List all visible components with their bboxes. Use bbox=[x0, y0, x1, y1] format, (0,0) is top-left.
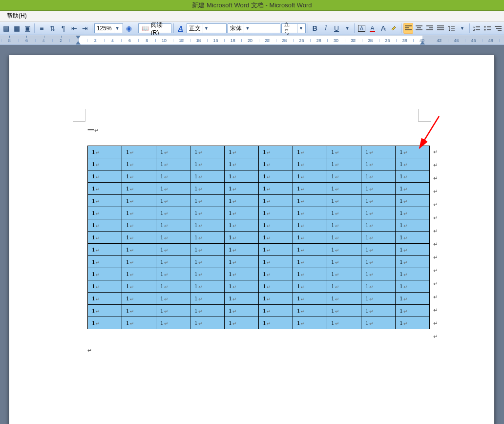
zoom-value: 125% bbox=[97, 25, 112, 32]
toolbar-separator bbox=[34, 23, 35, 33]
horizontal-ruler[interactable]: 8642246810121416182022242628303234363840… bbox=[0, 35, 504, 45]
table-icon[interactable]: ▦ bbox=[12, 23, 21, 34]
align-distribute-icon[interactable]: ≡ bbox=[37, 23, 46, 34]
style-dropdown[interactable]: 正文 ▼ bbox=[187, 23, 227, 33]
style-value: 正文 bbox=[189, 24, 201, 33]
book-icon: 📖 bbox=[142, 25, 149, 32]
font-color-outline-icon[interactable]: A bbox=[357, 23, 366, 34]
underline-button[interactable]: U bbox=[332, 23, 341, 34]
align-left-button[interactable] bbox=[403, 23, 413, 34]
align-right-button[interactable] bbox=[425, 23, 435, 34]
font-size-value: 五号 bbox=[284, 21, 295, 35]
svg-text:2: 2 bbox=[473, 28, 475, 31]
reading-mode-button[interactable]: 📖 阅读(R) bbox=[138, 23, 171, 33]
toolbar-separator bbox=[354, 23, 355, 33]
multilevel-list-button[interactable] bbox=[493, 23, 503, 34]
dropdown-arrow-icon: ▼ bbox=[244, 24, 251, 33]
style-az-icon[interactable]: A bbox=[176, 23, 186, 34]
align-justify-button[interactable] bbox=[436, 23, 445, 34]
bulleted-list-button[interactable] bbox=[483, 23, 492, 34]
columns-icon[interactable]: ▤ bbox=[1, 23, 11, 34]
sort-icon[interactable]: ⇅ bbox=[47, 23, 57, 34]
char-scale-icon[interactable]: A̶ bbox=[378, 23, 388, 34]
svg-point-2 bbox=[484, 26, 485, 28]
toolbar-separator bbox=[173, 23, 174, 33]
line-spacing-button[interactable] bbox=[446, 23, 456, 34]
help-icon[interactable]: ◉ bbox=[124, 23, 134, 34]
toolbar-separator bbox=[308, 23, 308, 33]
title-bar: 新建 Microsoft Word 文档 - Microsoft Word bbox=[0, 0, 504, 11]
dropdown-arrow-icon[interactable]: ▼ bbox=[457, 23, 467, 34]
toolbar-separator bbox=[401, 23, 401, 33]
highlight-icon[interactable] bbox=[389, 23, 399, 34]
dropdown-arrow-icon: ▼ bbox=[203, 24, 210, 33]
zoom-dropdown[interactable]: 125% ▼ bbox=[94, 23, 123, 33]
font-color-icon[interactable]: A bbox=[367, 23, 377, 34]
dropdown-arrow-icon[interactable]: ▼ bbox=[342, 23, 352, 34]
toolbar-separator bbox=[136, 23, 136, 33]
bold-button[interactable]: B bbox=[310, 23, 320, 34]
italic-button[interactable]: I bbox=[321, 23, 331, 34]
svg-point-3 bbox=[484, 29, 485, 31]
font-size-dropdown[interactable]: 五号 ▼ bbox=[281, 23, 306, 33]
ruler-track: 8642246810121416182022242628303234363840… bbox=[0, 35, 504, 44]
dropdown-arrow-icon: ▼ bbox=[114, 24, 121, 33]
align-center-button[interactable] bbox=[414, 23, 424, 34]
insert-icon[interactable]: ▣ bbox=[22, 23, 32, 34]
numbered-list-button[interactable]: 12 bbox=[471, 23, 481, 34]
indent-decrease-icon[interactable]: ⇤ bbox=[69, 23, 79, 34]
paragraph-mark-icon[interactable]: ¶ bbox=[59, 23, 68, 34]
menu-help[interactable]: 帮助(H) bbox=[3, 11, 31, 21]
toolbar-separator bbox=[92, 23, 92, 33]
indent-increase-icon[interactable]: ⇥ bbox=[80, 23, 90, 34]
toolbar-separator bbox=[469, 23, 470, 33]
dropdown-arrow-icon: ▼ bbox=[297, 24, 304, 33]
formatting-toolbar: ▤ ▦ ▣ ≡ ⇅ ¶ ⇤ ⇥ 125% ▼ ◉ 📖 阅读(R) A 正文 ▼ … bbox=[0, 21, 504, 35]
menu-bar: 帮助(H) bbox=[0, 11, 504, 21]
window-title: 新建 Microsoft Word 文档 - Microsoft Word bbox=[192, 1, 312, 10]
font-value: 宋体 bbox=[230, 24, 242, 33]
font-dropdown[interactable]: 宋体 ▼ bbox=[228, 23, 280, 33]
